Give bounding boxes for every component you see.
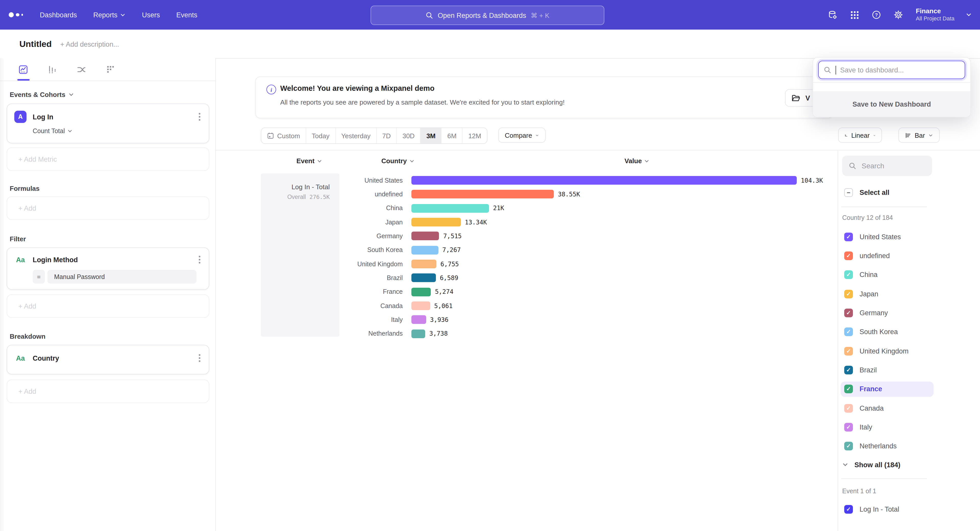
bar[interactable] <box>411 218 461 227</box>
country-checkbox[interactable]: ✓ <box>844 442 853 450</box>
bar[interactable] <box>411 260 436 268</box>
tab-funnels[interactable] <box>48 65 57 74</box>
global-search-bar[interactable]: Open Reports & Dashboards ⌘ + K <box>371 6 605 25</box>
country-item-united-states[interactable]: ✓United States <box>841 229 934 244</box>
bar[interactable] <box>411 232 439 241</box>
country-item-undefined[interactable]: ✓undefined <box>841 248 934 263</box>
tab-flows[interactable] <box>76 65 86 74</box>
mixpanel-logo-icon[interactable] <box>9 12 26 17</box>
add-description-button[interactable]: + Add description... <box>60 41 119 48</box>
country-checkbox[interactable]: ✓ <box>844 385 853 393</box>
column-header-event[interactable]: Event <box>285 157 333 165</box>
country-checkbox[interactable]: ✓ <box>844 423 853 431</box>
range-today[interactable]: Today <box>306 128 335 143</box>
metric-card[interactable]: A Log In Count Total <box>6 103 209 143</box>
filter-property-name[interactable]: Login Method <box>33 256 197 263</box>
column-header-value[interactable]: Value <box>611 157 662 165</box>
aggregation-selector[interactable]: Count Total <box>33 127 209 135</box>
add-metric-button[interactable]: + Add Metric <box>6 147 209 171</box>
metric-event-name[interactable]: Log In <box>33 113 197 120</box>
bar[interactable] <box>411 274 436 282</box>
bar[interactable] <box>411 246 438 254</box>
country-label: Brazil <box>859 366 877 374</box>
range-7d[interactable]: 7D <box>376 128 396 143</box>
bar[interactable] <box>411 204 489 212</box>
country-checkbox[interactable]: ✓ <box>844 328 853 336</box>
save-dashboard-search-input[interactable]: Save to dashboard... <box>818 61 965 79</box>
country-item-china[interactable]: ✓China <box>841 267 934 282</box>
range-3m[interactable]: 3M <box>420 128 441 143</box>
country-item-canada[interactable]: ✓Canada <box>841 400 934 416</box>
metric-kebab-icon[interactable] <box>197 112 202 122</box>
nav-item-events[interactable]: Events <box>177 11 197 19</box>
bar[interactable] <box>411 301 430 310</box>
search-icon <box>849 162 856 170</box>
help-icon[interactable]: ? <box>872 10 881 19</box>
breakdown-kebab-icon[interactable] <box>197 353 202 363</box>
filter-card[interactable]: Aa Login Method = Manual Password <box>6 247 209 290</box>
tab-insights[interactable] <box>18 65 28 74</box>
filter-kebab-icon[interactable] <box>197 255 202 265</box>
report-title[interactable]: Untitled <box>19 39 52 49</box>
bar[interactable] <box>411 315 426 324</box>
bar[interactable] <box>411 176 797 185</box>
view-sample-dashboard-button[interactable]: V <box>785 89 817 106</box>
events-cohorts-header[interactable]: Events & Cohorts <box>10 91 215 98</box>
range-custom[interactable]: Custom <box>261 128 306 143</box>
project-switcher[interactable]: Finance All Project Data <box>916 7 972 22</box>
country-checkbox[interactable]: ✓ <box>844 252 853 260</box>
bar[interactable] <box>411 190 554 199</box>
country-checkbox[interactable]: ✓ <box>844 366 853 374</box>
data-management-icon[interactable] <box>828 10 838 20</box>
nav-item-reports[interactable]: Reports <box>94 11 126 19</box>
bar[interactable] <box>411 329 425 338</box>
country-checkbox[interactable]: ✓ <box>844 347 853 355</box>
country-item-france[interactable]: ✓France <box>841 381 934 396</box>
string-property-icon: Aa <box>14 354 27 362</box>
compare-button[interactable]: Compare <box>498 127 546 143</box>
save-to-new-dashboard-button[interactable]: Save to New Dashboard <box>813 91 970 117</box>
event-series-panel[interactable]: Log In - Total Overall 276.5K <box>261 173 339 337</box>
range-yesterday[interactable]: Yesterday <box>335 128 376 143</box>
bar-track: 13.34K <box>411 215 838 229</box>
country-item-south-korea[interactable]: ✓South Korea <box>841 324 934 339</box>
column-header-country[interactable]: Country <box>357 157 414 165</box>
country-item-united-kingdom[interactable]: ✓United Kingdom <box>841 343 934 358</box>
chart-type-button[interactable]: Bar <box>898 127 940 143</box>
apps-grid-icon[interactable] <box>850 11 859 19</box>
range-6m[interactable]: 6M <box>441 128 462 143</box>
select-all-checkbox[interactable]: – <box>844 188 853 197</box>
show-all-button[interactable]: Show all (184) <box>842 457 900 472</box>
country-checkbox[interactable]: ✓ <box>844 232 853 241</box>
range-30d[interactable]: 30D <box>396 128 420 143</box>
segment-search-input[interactable]: Search <box>842 155 932 176</box>
country-checkbox[interactable]: ✓ <box>844 270 853 279</box>
country-item-japan[interactable]: ✓Japan <box>841 286 934 301</box>
filter-value[interactable]: Manual Password <box>48 270 197 284</box>
settings-gear-icon[interactable] <box>894 10 903 19</box>
country-item-germany[interactable]: ✓Germany <box>841 305 934 320</box>
event-item-row[interactable]: ✓ Log In - Total <box>841 501 934 517</box>
nav-item-dashboards[interactable]: Dashboards <box>40 11 77 19</box>
country-label: United Kingdom <box>859 347 908 355</box>
add-filter-button[interactable]: + Add <box>6 294 209 318</box>
scale-selector-button[interactable]: Linear <box>838 127 882 143</box>
select-all-row[interactable]: – Select all <box>841 185 934 200</box>
add-breakdown-button[interactable]: + Add <box>6 379 209 403</box>
filter-operator[interactable]: = <box>33 270 45 284</box>
breakdown-property-name[interactable]: Country <box>33 354 197 362</box>
breakdown-card[interactable]: Aa Country <box>6 345 209 374</box>
bar[interactable] <box>411 287 431 296</box>
country-item-netherlands[interactable]: ✓Netherlands <box>841 438 934 454</box>
event-checkbox[interactable]: ✓ <box>844 505 853 514</box>
country-checkbox[interactable]: ✓ <box>844 290 853 298</box>
add-formula-button[interactable]: + Add <box>6 197 209 220</box>
tab-retention[interactable] <box>106 65 115 74</box>
nav-item-users[interactable]: Users <box>142 11 160 19</box>
chevron-down-icon <box>120 12 126 17</box>
country-checkbox[interactable]: ✓ <box>844 309 853 317</box>
country-checkbox[interactable]: ✓ <box>844 404 853 412</box>
country-item-italy[interactable]: ✓Italy <box>841 420 934 435</box>
range-12m[interactable]: 12M <box>462 128 487 143</box>
country-item-brazil[interactable]: ✓Brazil <box>841 362 934 378</box>
